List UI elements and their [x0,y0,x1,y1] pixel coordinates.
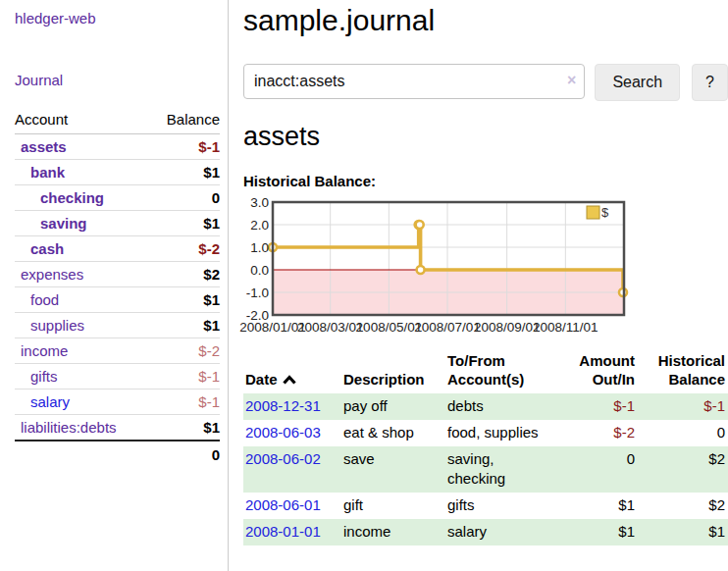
column-header-label: To/From Account(s) [447,352,524,388]
transaction-date-link[interactable]: 2008-06-01 [245,496,321,513]
search-input-wrap: × [243,64,585,101]
column-header-historical-balance[interactable]: Historical Balance [638,349,728,393]
search-button[interactable]: Search [595,64,680,101]
transaction-row[interactable]: 2008-06-02savesaving, checking0$2 [243,446,728,493]
historical-balance-chart: $3.02.01.00.0-1.0-2.02008/01/012008/03/0… [243,198,728,343]
transactions-header-row: DateDescriptionTo/From Account(s)Amount … [243,349,728,393]
account-link[interactable]: assets [21,138,67,155]
account-balance: $-1 [198,368,220,385]
data-point-marker [417,266,425,274]
column-header-label: Amount Out/In [579,352,635,388]
account-balance: $2 [203,266,220,283]
accounts-header-row: Account Balance [15,109,220,134]
account-balance: $1 [203,419,220,436]
svg-text:2.0: 2.0 [250,218,269,233]
transaction-row[interactable]: 2008-06-03eat & shopfood, supplies$-20 [243,420,728,446]
app-brand-link[interactable]: hledger-web [15,10,220,26]
chart-label: Historical Balance: [243,173,728,189]
transaction-date-link[interactable]: 2008-06-03 [245,424,321,441]
accounts-total-value: 0 [149,441,220,467]
transaction-date-link[interactable]: 2008-01-01 [245,523,321,540]
svg-text:2008/07/01: 2008/07/01 [414,320,481,335]
search-input[interactable] [243,64,585,99]
data-point-marker [416,221,424,229]
accounts-total-row: 0 [15,441,220,467]
account-row: food$1 [15,287,220,313]
transaction-row[interactable]: 2008-06-01giftgifts$1$2 [243,493,728,519]
account-link[interactable]: food [30,291,59,308]
account-row: assets$-1 [15,134,220,160]
account-balance: $-2 [198,240,220,257]
account-row: bank$1 [15,160,220,185]
column-header-date[interactable]: Date [243,349,341,393]
transaction-date-link[interactable]: 2008-12-31 [245,397,321,414]
account-link[interactable]: checking [40,189,104,206]
transaction-accounts: food, supplies [445,420,557,446]
transaction-balance: $2 [638,446,728,493]
accounts-total-spacer [15,441,149,467]
account-link[interactable]: expenses [21,266,83,283]
transaction-amount: 0 [557,446,638,493]
column-header-description[interactable]: Description [341,349,445,393]
transactions-table: DateDescriptionTo/From Account(s)Amount … [243,349,728,545]
svg-text:2008/11/01: 2008/11/01 [533,320,598,335]
transaction-amount: $1 [557,519,638,545]
account-row: supplies$1 [15,313,220,338]
svg-text:2008/03/01: 2008/03/01 [297,320,364,335]
transaction-description: eat & shop [341,420,445,446]
column-header-to-from-account-s-[interactable]: To/From Account(s) [445,349,557,393]
transaction-description: save [341,446,445,493]
account-row: liabilities:debts$1 [15,415,220,441]
clear-search-icon[interactable]: × [567,73,576,88]
svg-text:2008/01/01: 2008/01/01 [239,320,306,335]
transaction-accounts: salary [445,519,557,545]
transaction-balance: $-1 [638,393,728,420]
account-row: checking0 [15,185,220,211]
svg-text:2008/09/01: 2008/09/01 [474,320,541,335]
transaction-accounts: saving, checking [445,446,557,493]
accounts-table: Account Balance assets$-1bank$1checking0… [15,109,220,467]
account-row: income$-2 [15,338,220,364]
main-content: sample.journal × Search ? assets Histori… [243,0,728,545]
account-link[interactable]: gifts [30,368,58,385]
transaction-balance: 0 [638,420,728,446]
chart-svg: $3.02.01.00.0-1.0-2.02008/01/012008/03/0… [243,198,630,343]
account-link[interactable]: cash [30,240,64,257]
account-row: expenses$2 [15,262,220,287]
transaction-accounts: gifts [445,493,557,519]
legend-label: $ [601,205,609,220]
column-header-label: Date [245,371,278,388]
account-link[interactable]: liabilities:debts [21,419,117,436]
accounts-header-account: Account [15,109,149,134]
account-link[interactable]: bank [30,164,65,181]
transaction-description: income [341,519,445,545]
column-header-amount-out-in[interactable]: Amount Out/In [557,349,638,393]
transaction-amount: $1 [557,493,638,519]
svg-text:1.0: 1.0 [250,240,269,255]
account-row: saving$1 [15,211,220,236]
account-balance: $-2 [198,342,220,359]
sort-ascending-icon [283,370,296,389]
account-link[interactable]: supplies [30,317,84,334]
accounts-header-balance: Balance [149,109,220,134]
search-help-button[interactable]: ? [692,64,728,101]
account-balance: $1 [203,317,220,334]
account-row: salary$-1 [15,389,220,415]
account-row: gifts$-1 [15,364,220,389]
account-link[interactable]: salary [30,393,70,410]
account-row: cash$-2 [15,236,220,262]
account-link[interactable]: saving [40,215,87,232]
transaction-row[interactable]: 2008-01-01incomesalary$1$1 [243,519,728,545]
column-header-label: Historical Balance [658,352,725,388]
svg-text:2008/05/01: 2008/05/01 [356,320,423,335]
account-link[interactable]: income [21,342,68,359]
svg-text:3.0: 3.0 [250,195,269,210]
transaction-row[interactable]: 2008-12-31pay offdebts$-1$-1 [243,393,728,420]
transaction-balance: $2 [638,493,728,519]
account-balance: $1 [203,291,220,308]
nav-journal-link[interactable]: Journal [15,72,220,88]
transaction-description: gift [341,493,445,519]
svg-text:0.0: 0.0 [250,263,269,278]
transaction-date-link[interactable]: 2008-06-02 [245,450,321,467]
account-balance: $1 [203,215,220,232]
